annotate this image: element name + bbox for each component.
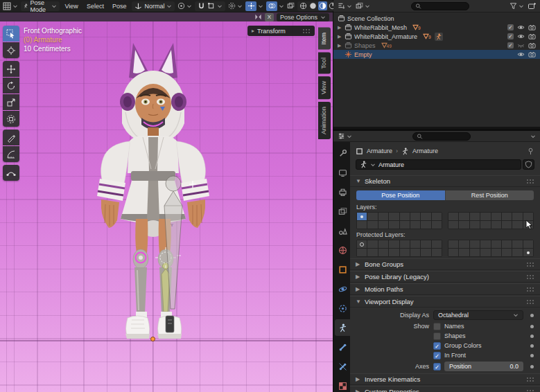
panel-custom-properties[interactable]: ▶ Custom Properties	[350, 386, 540, 392]
layer-toggle-cell[interactable]	[432, 240, 442, 248]
eye-icon[interactable]	[517, 24, 525, 31]
in-front-checkbox[interactable]	[433, 352, 441, 359]
layer-toggle-cell[interactable]	[357, 221, 367, 229]
tab-render[interactable]	[335, 164, 350, 181]
breadcrumb-data[interactable]: Armature	[412, 148, 438, 154]
animate-decorator[interactable]	[530, 325, 534, 328]
layer-toggle-cell[interactable]	[410, 221, 420, 229]
panel-viewport-display-header[interactable]: ▼ Viewport Display	[350, 296, 540, 308]
camera-visibility-icon[interactable]	[528, 51, 536, 58]
exclude-checkbox[interactable]	[507, 24, 514, 30]
eye-icon[interactable]	[517, 33, 525, 40]
tab-scene[interactable]	[335, 222, 350, 239]
layer-toggle-cell[interactable]	[459, 221, 469, 229]
tool-rotate[interactable]	[3, 78, 19, 93]
menu-select[interactable]: Select	[84, 3, 107, 10]
tool-pose-breakdowner[interactable]	[3, 165, 19, 181]
axes-checkbox[interactable]	[433, 363, 441, 371]
panel-inverse-kinematics[interactable]: ▶ Inverse Kinematics	[350, 373, 540, 385]
panel-grip-icon[interactable]	[527, 389, 534, 392]
tab-tool[interactable]: Tool	[318, 53, 331, 74]
layer-toggle-cell[interactable]	[480, 249, 490, 256]
tab-item[interactable]: Item	[318, 28, 331, 50]
layer-toggle-cell[interactable]	[470, 221, 480, 229]
tool-cursor[interactable]	[3, 42, 19, 58]
menu-view[interactable]: View	[62, 3, 81, 10]
editor-type-button[interactable]	[3, 2, 18, 10]
mode-dropdown[interactable]: Pose Mode	[21, 1, 60, 11]
layer-toggle-cell[interactable]	[491, 249, 501, 256]
layer-toggle-cell[interactable]	[410, 249, 420, 256]
layer-toggle-cell[interactable]	[389, 221, 399, 229]
properties-search-input[interactable]	[425, 133, 467, 140]
gizmos-toggle[interactable]	[245, 1, 263, 11]
armature-name-field[interactable]: Armature	[356, 159, 521, 170]
layer-toggle-cell[interactable]	[421, 249, 430, 256]
camera-visibility-icon[interactable]	[528, 33, 536, 40]
overlays-toggle[interactable]	[266, 1, 284, 11]
layer-toggle-cell[interactable]	[400, 221, 410, 229]
names-checkbox[interactable]	[433, 323, 441, 330]
outliner-row-empty[interactable]: Empty	[333, 50, 540, 59]
layer-toggle-cell[interactable]	[512, 249, 522, 256]
fake-user-button[interactable]	[523, 159, 534, 170]
panel-grip-icon[interactable]	[527, 179, 534, 184]
snapping-group[interactable]	[195, 1, 225, 11]
layer-toggle-cell[interactable]	[491, 213, 501, 220]
layer-toggle-cell[interactable]	[502, 221, 512, 229]
eye-closed-icon[interactable]	[517, 42, 525, 49]
outliner-row-scene-collection[interactable]: Scene Collection	[333, 14, 540, 23]
exclude-checkbox[interactable]	[507, 42, 514, 48]
tool-move[interactable]	[3, 61, 19, 77]
layer-toggle-cell[interactable]	[459, 213, 469, 220]
outliner-filter-button[interactable]	[509, 2, 524, 10]
layer-toggle-cell[interactable]	[357, 240, 367, 248]
layer-toggle-cell[interactable]	[448, 240, 458, 248]
layer-toggle-cell[interactable]	[491, 221, 501, 229]
properties-search[interactable]	[412, 132, 471, 141]
shading-solid-button[interactable]	[308, 1, 317, 10]
tab-world[interactable]	[335, 242, 350, 258]
outliner-filter-collection-button[interactable]	[356, 2, 370, 10]
transform-panel-header[interactable]: ▸ Transform	[247, 26, 315, 36]
layer-toggle-cell[interactable]	[448, 249, 458, 256]
panel-grip-icon[interactable]	[527, 377, 534, 382]
layer-toggle-cell[interactable]	[357, 249, 367, 256]
display-as-dropdown[interactable]: Octahedral	[433, 310, 523, 320]
layer-toggle-cell[interactable]	[502, 213, 512, 220]
layer-toggle-cell[interactable]	[523, 240, 533, 248]
layer-toggle-cell[interactable]	[400, 213, 410, 220]
shading-material-button[interactable]	[318, 1, 327, 10]
layer-toggle-cell[interactable]	[432, 221, 442, 229]
animate-decorator[interactable]	[530, 335, 534, 338]
panel-grip-icon[interactable]	[527, 287, 534, 292]
animate-decorator[interactable]	[530, 365, 534, 368]
tab-view-layer[interactable]	[335, 203, 350, 220]
layer-toggle-cell[interactable]	[470, 213, 480, 220]
pose-position-button[interactable]: Pose Position	[356, 190, 445, 200]
layer-toggle-cell[interactable]	[470, 249, 480, 256]
layer-toggle-cell[interactable]	[502, 240, 512, 248]
properties-options-button[interactable]	[530, 134, 536, 139]
layer-toggle-cell[interactable]	[378, 249, 388, 256]
expander-icon[interactable]: ▶	[338, 34, 342, 39]
new-collection-icon[interactable]	[528, 2, 536, 10]
rest-position-button[interactable]: Rest Position	[445, 190, 534, 200]
panel-motion-paths[interactable]: ▶ Motion Paths	[350, 283, 540, 295]
layer-toggle-cell[interactable]	[367, 213, 377, 220]
layer-toggle-cell[interactable]	[400, 240, 410, 248]
panel-grip-icon[interactable]	[527, 299, 534, 304]
tab-physics[interactable]	[335, 280, 350, 297]
outliner-display-mode-button[interactable]	[338, 2, 352, 10]
layer-toggle-cell[interactable]	[502, 249, 512, 256]
tab-object[interactable]	[335, 261, 350, 278]
tab-output[interactable]	[335, 184, 350, 200]
tab-object-constraints[interactable]	[335, 300, 350, 317]
layer-toggle-cell[interactable]	[523, 249, 533, 256]
layer-toggle-cell[interactable]	[459, 240, 469, 248]
tab-tool[interactable]	[335, 145, 350, 161]
layer-toggle-cell[interactable]	[459, 249, 469, 256]
eye-icon[interactable]	[517, 51, 525, 58]
layer-toggle-cell[interactable]	[389, 240, 399, 248]
tool-scale[interactable]	[3, 94, 19, 110]
